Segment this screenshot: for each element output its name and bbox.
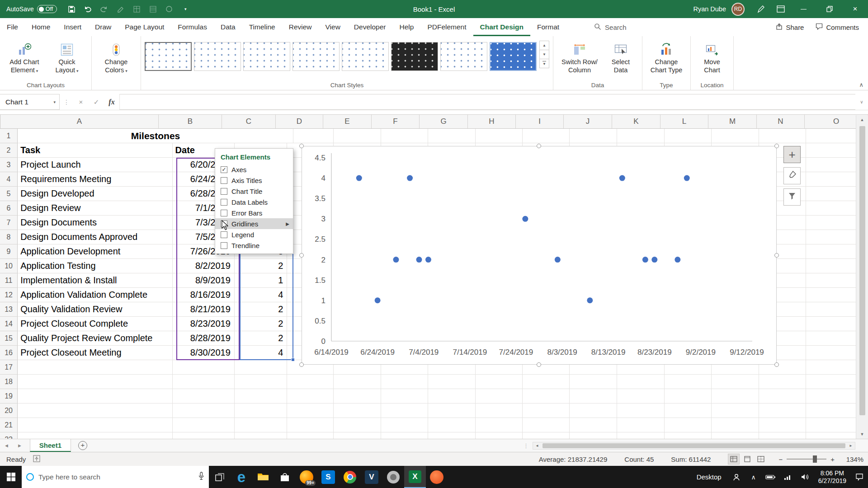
skype-icon[interactable]: S	[317, 466, 339, 488]
chart-style-thumbnail-1[interactable]	[145, 42, 192, 71]
cell-i19[interactable]	[523, 389, 570, 404]
camera-app-icon[interactable]	[382, 466, 404, 488]
autosave-toggle[interactable]: AutoSave Off	[6, 5, 57, 13]
cell-a11[interactable]: Implementation & Install	[18, 273, 172, 288]
cell-b18[interactable]	[173, 375, 235, 389]
cell-a4[interactable]: Requirements Meeting	[18, 172, 172, 187]
share-button[interactable]: Share	[776, 23, 804, 31]
table-tool-button[interactable]	[128, 2, 145, 16]
row-header-1[interactable]: 1	[0, 129, 18, 143]
cell-b20[interactable]	[173, 404, 235, 418]
row-header-16[interactable]: 16	[0, 346, 18, 360]
task-view-button[interactable]	[209, 466, 231, 488]
gallery-up-icon[interactable]: ▲	[539, 41, 549, 50]
cancel-entry-button[interactable]: ×	[73, 94, 89, 110]
column-header-a[interactable]: A	[0, 115, 159, 128]
menu-item-axis-titles[interactable]: Axis Titles	[215, 175, 293, 186]
move-chart-button[interactable]: Move Chart	[694, 41, 730, 74]
checkbox-unchecked-icon[interactable]	[221, 210, 227, 216]
row-header-3[interactable]: 3	[0, 158, 18, 172]
cell-j20[interactable]	[570, 404, 617, 418]
cell-j22[interactable]	[570, 432, 617, 439]
chart-style-thumbnail-8[interactable]	[490, 42, 537, 71]
cell-b13[interactable]: 8/21/2019	[173, 302, 235, 317]
zoom-in-icon[interactable]: +	[830, 455, 835, 463]
column-header-i[interactable]: I	[516, 115, 564, 128]
cell-d21[interactable]	[287, 418, 334, 432]
ribbon-tab-format[interactable]: Format	[530, 18, 566, 36]
cell-m1[interactable]	[712, 129, 759, 143]
vimeo-icon[interactable]: V	[361, 466, 382, 488]
cell-m22[interactable]	[712, 432, 759, 439]
menu-item-error-bars[interactable]: Error Bars	[215, 207, 293, 218]
change-colors-button[interactable]: Change Colors▾	[95, 41, 137, 75]
cell-a7[interactable]: Design Documents	[18, 216, 172, 230]
cell-a14[interactable]: Project Closeout Complete	[18, 317, 172, 331]
cell-g19[interactable]	[428, 389, 476, 404]
cell-a19[interactable]	[18, 389, 172, 404]
menu-item-axes[interactable]: ✓Axes	[215, 164, 293, 175]
cell-g1[interactable]	[428, 129, 476, 143]
cell-g20[interactable]	[428, 404, 476, 418]
qat-customize-chevron-icon[interactable]: ▾	[177, 2, 193, 16]
ribbon-tab-chart-design[interactable]: Chart Design	[473, 18, 530, 36]
cell-m20[interactable]	[712, 404, 759, 418]
expand-formula-bar-icon[interactable]: ∨	[855, 94, 868, 110]
cell-c11[interactable]: 1	[235, 273, 288, 288]
cell-h19[interactable]	[476, 389, 523, 404]
name-box[interactable]: Chart 1 ▾	[0, 94, 60, 110]
menu-item-gridlines[interactable]: Gridlines▶	[215, 218, 293, 229]
scroll-up-icon[interactable]: ▲	[856, 115, 868, 124]
cell-m19[interactable]	[712, 389, 759, 404]
select-data-button[interactable]: Select Data	[603, 41, 638, 74]
row-header-22[interactable]: 22	[0, 432, 18, 439]
chrome-icon[interactable]	[339, 466, 361, 488]
cell-d1[interactable]	[287, 129, 334, 143]
cell-n22[interactable]	[759, 432, 806, 439]
chart-elements-button[interactable]: +	[783, 146, 801, 163]
normal-view-button[interactable]	[728, 454, 740, 465]
cell-e1[interactable]	[334, 129, 381, 143]
cell-c10[interactable]: 2	[235, 259, 288, 273]
select-all-button[interactable]	[0, 115, 0, 128]
row-header-17[interactable]: 17	[0, 360, 18, 375]
ribbon-tab-review[interactable]: Review	[282, 18, 319, 36]
cell-e19[interactable]	[334, 389, 381, 404]
ribbon-tab-formulas[interactable]: Formulas	[171, 18, 214, 36]
people-icon[interactable]	[728, 466, 745, 488]
ribbon-tab-developer[interactable]: Developer	[347, 18, 393, 36]
cell-d19[interactable]	[287, 389, 334, 404]
column-header-h[interactable]: H	[468, 115, 516, 128]
cell-k21[interactable]	[617, 418, 665, 432]
save-button[interactable]	[63, 2, 80, 16]
cell-l21[interactable]	[665, 418, 712, 432]
chart-handle-se[interactable]	[774, 362, 779, 367]
checkbox-unchecked-icon[interactable]	[221, 221, 227, 227]
row-header-18[interactable]: 18	[0, 375, 18, 389]
tab-scroll-grip[interactable]: ⋮	[523, 442, 529, 449]
chart-style-thumbnail-6[interactable]	[391, 42, 438, 71]
store-icon[interactable]	[274, 466, 296, 488]
zoom-slider[interactable]	[787, 459, 826, 460]
file-explorer-icon[interactable]	[252, 466, 274, 488]
cell-k22[interactable]	[617, 432, 665, 439]
cell-n19[interactable]	[759, 389, 806, 404]
row-header-15[interactable]: 15	[0, 331, 18, 346]
menu-item-legend[interactable]: Legend	[215, 229, 293, 240]
cell-n20[interactable]	[759, 404, 806, 418]
desktop-toolbar-label[interactable]: Desktop	[690, 473, 728, 481]
cell-c22[interactable]	[235, 432, 288, 439]
cell-c14[interactable]: 2	[235, 317, 288, 331]
horizontal-scroll-thumb[interactable]	[542, 443, 845, 448]
highlighter-button[interactable]	[112, 2, 128, 16]
cell-c18[interactable]	[235, 375, 288, 389]
cell-a2[interactable]: Task	[18, 143, 172, 158]
checkbox-unchecked-icon[interactable]	[221, 188, 227, 195]
row-header-9[interactable]: 9	[0, 244, 18, 259]
cell-b11[interactable]: 8/9/2019	[173, 273, 235, 288]
cell-b12[interactable]: 8/16/2019	[173, 288, 235, 302]
chart-handle-w[interactable]	[299, 253, 304, 258]
cell-l18[interactable]	[665, 375, 712, 389]
minimize-button[interactable]	[791, 0, 816, 18]
zoom-level[interactable]: 134%	[842, 455, 863, 463]
